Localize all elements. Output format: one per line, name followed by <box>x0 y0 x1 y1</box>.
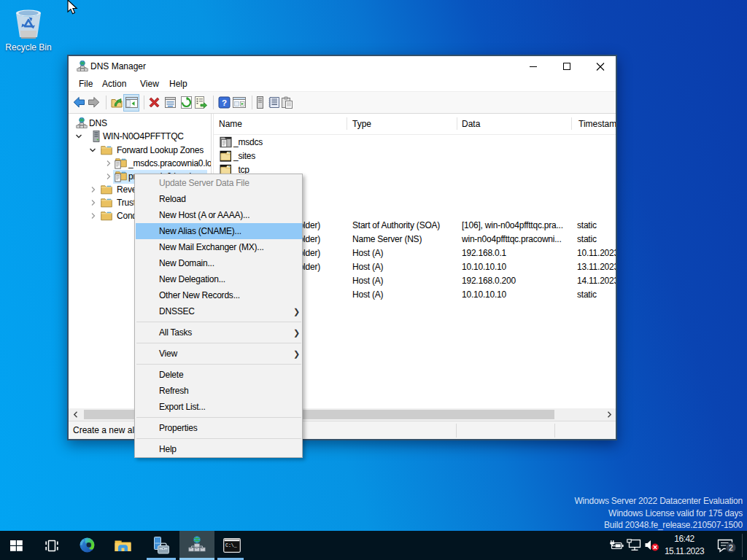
svg-text:2: 2 <box>729 543 733 552</box>
svg-text:?: ? <box>222 98 227 107</box>
svg-text:C:\_: C:\_ <box>225 543 237 548</box>
